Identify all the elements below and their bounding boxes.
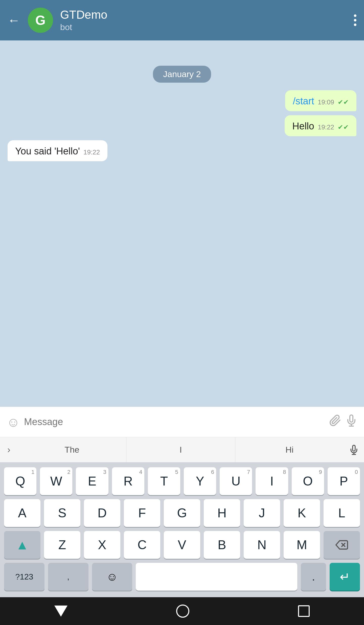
key-l[interactable]: L [324, 499, 360, 527]
comma-key[interactable]: , [48, 563, 88, 591]
key-a[interactable]: A [4, 499, 40, 527]
prediction-word-hi[interactable]: Hi [235, 437, 344, 462]
prediction-words: The I Hi [18, 437, 344, 462]
key-f[interactable]: F [124, 499, 160, 527]
shift-key[interactable]: ▲ [4, 531, 40, 559]
key-u[interactable]: 7 U [220, 467, 252, 495]
message-text: Hello [292, 121, 314, 132]
key-t[interactable]: 5 T [148, 467, 180, 495]
emoji-key[interactable]: ☺ [92, 563, 132, 591]
home-nav-button[interactable] [176, 605, 189, 618]
message-time: 19:09 [318, 98, 334, 106]
navigation-bar [0, 597, 364, 625]
key-o[interactable]: 9 O [292, 467, 324, 495]
recents-square-icon [298, 605, 310, 617]
key-x[interactable]: X [84, 531, 120, 559]
more-options-button[interactable] [354, 14, 356, 26]
message-input[interactable] [24, 416, 325, 427]
key-w[interactable]: 2 W [40, 467, 72, 495]
prediction-word-the[interactable]: The [18, 437, 126, 462]
key-b[interactable]: B [204, 531, 240, 559]
avatar: G [28, 8, 53, 33]
key-m[interactable]: M [284, 531, 320, 559]
recents-nav-button[interactable] [298, 605, 310, 617]
contact-subtitle: bot [60, 22, 354, 32]
back-button[interactable]: ← [8, 13, 20, 28]
message-in-reply: You said 'Hello' 19:22 [8, 140, 107, 161]
key-v[interactable]: V [164, 531, 200, 559]
key-h[interactable]: H [204, 499, 240, 527]
key-y[interactable]: 6 Y [184, 467, 216, 495]
menu-dot [354, 24, 356, 26]
menu-dot [354, 19, 356, 21]
key-i[interactable]: 8 I [256, 467, 288, 495]
emoji-button[interactable]: ☺ [7, 414, 20, 430]
chat-area: January 2 /start 19:09 ✔✔ Hello 19:22 ✔✔… [0, 40, 364, 407]
menu-dot [354, 14, 356, 17]
message-input-area: ☺ [0, 407, 364, 437]
predictive-bar: › The I Hi [0, 437, 364, 462]
key-q[interactable]: 1 Q [4, 467, 36, 495]
message-time: 19:22 [318, 123, 334, 131]
key-s[interactable]: S [44, 499, 80, 527]
period-key[interactable]: . [301, 563, 326, 591]
header-info: GTDemo bot [60, 8, 354, 32]
message-text: /start [293, 96, 314, 107]
message-time: 19:22 [83, 148, 100, 156]
message-ticks: ✔✔ [338, 98, 349, 106]
contact-name[interactable]: GTDemo [60, 8, 354, 21]
key-k[interactable]: K [284, 499, 320, 527]
key-c[interactable]: C [124, 531, 160, 559]
back-triangle-icon [54, 606, 67, 617]
keyboard: 1 Q 2 W 3 E 4 R 5 T 6 Y 7 U 8 I [0, 462, 364, 597]
expand-predictions-button[interactable]: › [0, 437, 18, 462]
keyboard-row-1: 1 Q 2 W 3 E 4 R 5 T 6 Y 7 U 8 I [4, 467, 360, 495]
date-label: January 2 [153, 66, 211, 83]
messages-list: /start 19:09 ✔✔ Hello 19:22 ✔✔ You said … [8, 90, 356, 164]
header: ← G GTDemo bot [0, 0, 364, 40]
message-text: You said 'Hello' [15, 146, 80, 157]
key-p[interactable]: 0 P [328, 467, 360, 495]
message-out-hello: Hello 19:22 ✔✔ [285, 115, 356, 136]
keyboard-row-2: A S D F G H J K L [4, 499, 360, 527]
enter-key[interactable]: ↵ [330, 563, 360, 591]
keyboard-row-4: ?123 , ☺ . ↵ [4, 563, 360, 591]
message-ticks: ✔✔ [338, 123, 349, 131]
voice-button[interactable] [345, 414, 357, 430]
symbols-key[interactable]: ?123 [4, 563, 44, 591]
home-circle-icon [176, 605, 189, 618]
key-e[interactable]: 3 E [76, 467, 108, 495]
space-key[interactable] [136, 563, 297, 591]
key-d[interactable]: D [84, 499, 120, 527]
key-z[interactable]: Z [44, 531, 80, 559]
key-r[interactable]: 4 R [112, 467, 144, 495]
keyboard-mic-button[interactable] [344, 445, 364, 455]
back-nav-button[interactable] [54, 606, 67, 617]
key-j[interactable]: J [244, 499, 280, 527]
attach-button[interactable] [329, 414, 341, 430]
backspace-key[interactable] [324, 531, 360, 559]
message-out-start: /start 19:09 ✔✔ [285, 90, 356, 111]
key-n[interactable]: N [244, 531, 280, 559]
key-g[interactable]: G [164, 499, 200, 527]
prediction-word-i[interactable]: I [126, 437, 235, 462]
keyboard-row-3: ▲ Z X C V B N M [4, 531, 360, 559]
